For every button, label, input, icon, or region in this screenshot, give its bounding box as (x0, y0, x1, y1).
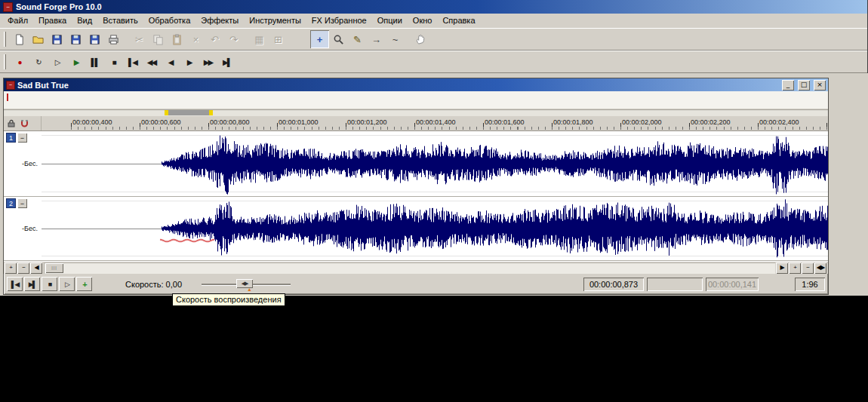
paste-icon[interactable] (168, 30, 186, 48)
marker-bar[interactable] (4, 91, 828, 109)
ruler-time-label: 00:00:01,200 (347, 118, 387, 126)
scroll-left-button[interactable]: ◀ (30, 262, 42, 274)
title-bar[interactable]: ~ Sound Forge Pro 10.0 (0, 0, 867, 14)
play-icon[interactable]: ▶ (66, 53, 85, 71)
next-marker-icon[interactable]: ▶▶ (199, 53, 217, 71)
go-to-end-icon[interactable]: ▶▌ (217, 53, 236, 71)
forward-icon[interactable]: ▶ (180, 53, 199, 71)
menu-tools[interactable]: Инструменты (244, 14, 306, 27)
toolbar-separator (405, 30, 411, 48)
loop-playback-icon[interactable]: ↻ (29, 53, 48, 71)
ruler-row: 00:00:00,40000:00:00,60000:00:00,80000:0… (4, 116, 828, 131)
scroll-right-button[interactable]: ▶ (776, 262, 788, 274)
speed-label: Скорость: 0,00 (125, 280, 182, 289)
overview-bar[interactable] (4, 109, 828, 116)
render-as-icon[interactable] (85, 30, 104, 48)
pencil-tool-icon[interactable]: ✎ (348, 30, 367, 48)
envelope-tool-icon[interactable]: ~ (386, 30, 405, 48)
channel-1-minimize-button[interactable]: − (17, 133, 27, 143)
stop-button[interactable]: ■ (42, 277, 57, 291)
scrollbar-thumb[interactable]: ||| (45, 263, 63, 273)
ruler-time-label: 00:00:01,600 (485, 118, 525, 126)
menu-window[interactable]: Окно (408, 14, 438, 27)
undo-icon[interactable]: ↶ (205, 30, 224, 48)
document-title-bar[interactable]: ~ Sad But True _ □ × (4, 78, 828, 91)
redo-icon[interactable]: ↷ (224, 30, 243, 48)
menu-fx-favorites[interactable]: FX Избранное (306, 14, 372, 27)
stop-icon[interactable]: ■ (104, 53, 123, 71)
waveform-channel-1[interactable] (42, 131, 828, 196)
cut-icon[interactable]: ✂ (130, 30, 149, 48)
go-to-start-icon[interactable]: ▌◀ (123, 53, 142, 71)
channel-2: 2 − -Бес. (4, 197, 828, 261)
ruler-time-label: 00:00:02,200 (691, 118, 731, 126)
zoom-out-level-button[interactable]: − (802, 262, 814, 274)
close-button[interactable]: × (814, 80, 826, 91)
previous-marker-icon[interactable]: ◀◀ (142, 53, 161, 71)
channel-2-minimize-button[interactable]: − (17, 198, 27, 208)
menu-file[interactable]: Файл (2, 14, 33, 27)
menu-help[interactable]: Справка (437, 14, 480, 27)
ruler-time-label: 00:00:00,600 (141, 118, 181, 126)
save-icon[interactable] (48, 30, 66, 48)
save-as-icon[interactable] (66, 30, 85, 48)
event-tool-icon[interactable]: → (367, 30, 386, 48)
toolbar-grip[interactable] (4, 54, 6, 69)
menu-effects[interactable]: Эффекты (195, 14, 244, 27)
position-display: 00:00:00,873 (583, 278, 644, 291)
edit-tool-icon[interactable]: + (310, 30, 329, 48)
overview-selection[interactable] (165, 110, 213, 115)
zoom-fit-button[interactable]: ◀▶ (814, 262, 826, 274)
playback-speed-slider[interactable]: ◀▶ ▲ (202, 277, 291, 291)
snap-icon[interactable] (20, 119, 29, 127)
ruler-gutter (4, 116, 42, 130)
go-to-end-button[interactable]: ▶▌ (24, 277, 40, 291)
print-icon[interactable] (104, 30, 123, 48)
go-to-start-button[interactable]: ▌◀ (7, 277, 23, 291)
channel-1-number: 1 (6, 133, 16, 143)
ruler-time-label: 00:00:00,800 (210, 118, 250, 126)
record-icon[interactable]: ● (10, 53, 29, 71)
menu-bar: ФайлПравкаВидВставитьОбработкаЭффектыИнс… (0, 14, 867, 28)
hand-tool-icon[interactable] (411, 30, 430, 48)
repeat-icon[interactable]: ⊞ (269, 30, 288, 48)
minimize-button[interactable]: _ (782, 80, 794, 91)
secondary-display (647, 278, 703, 291)
ruler-minor-ticks (71, 127, 828, 130)
play-normal-button[interactable]: ▷ (59, 277, 75, 291)
menu-options[interactable]: Опции (372, 14, 408, 27)
document-icon: ~ (6, 81, 15, 90)
open-file-icon[interactable] (29, 30, 48, 48)
scrollbar-track[interactable]: ||| (44, 262, 775, 274)
trim-icon[interactable]: × (186, 30, 205, 48)
copy-icon[interactable] (149, 30, 168, 48)
lock-icon[interactable] (8, 119, 15, 127)
channel-1: 1 − -Бес. (4, 131, 828, 197)
zoom-out-time-button[interactable]: − (17, 262, 29, 274)
menu-edit[interactable]: Правка (33, 14, 72, 27)
rewind-icon[interactable]: ◀ (161, 53, 180, 71)
ruler-time-label: 00:00:01,800 (553, 118, 593, 126)
insert-marker (7, 94, 8, 101)
menu-view[interactable]: Вид (72, 14, 97, 27)
ruler-time-label: 00:00:00,400 (72, 118, 112, 126)
zoom-in-level-button[interactable]: + (789, 262, 801, 274)
snapshot-icon[interactable]: ▦ (250, 30, 269, 48)
restore-button[interactable]: □ (798, 80, 810, 91)
event-locate-button[interactable]: + (76, 277, 92, 291)
menu-insert[interactable]: Вставить (97, 14, 143, 27)
waveform-channel-2[interactable] (42, 197, 828, 260)
magnify-tool-icon[interactable] (329, 30, 348, 48)
new-file-icon[interactable] (10, 30, 29, 48)
document-window: ~ Sad But True _ □ × 00:00:00,40000:00:0… (3, 78, 829, 295)
zoom-in-time-button[interactable]: + (5, 262, 17, 274)
play-all-icon[interactable]: ▷ (48, 53, 66, 71)
tooltip-playback-speed: Скорость воспроизведения (172, 293, 285, 306)
scrollbar-left-buttons: +−◀ (5, 262, 43, 274)
pause-icon[interactable]: ▌▌ (85, 53, 104, 71)
time-ruler[interactable]: 00:00:00,40000:00:00,60000:00:00,80000:0… (42, 116, 828, 130)
waveform-area: 1 − -Бес. 2 − -Бес. (4, 131, 828, 261)
menu-process[interactable]: Обработка (143, 14, 195, 27)
app-icon: ~ (3, 2, 13, 12)
toolbar-grip[interactable] (4, 32, 6, 47)
